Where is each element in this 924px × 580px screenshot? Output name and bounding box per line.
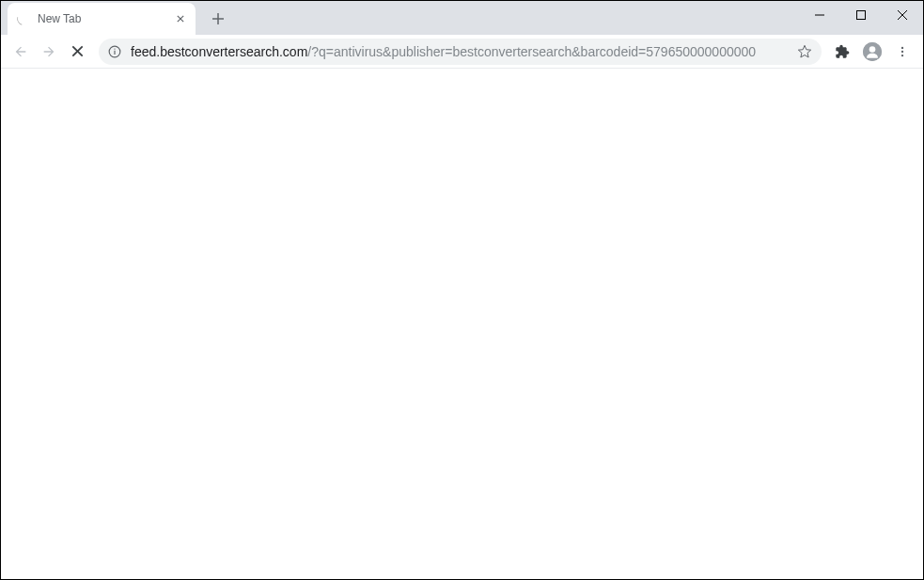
new-tab-button[interactable] (205, 6, 231, 32)
page-content (1, 69, 923, 579)
window-controls (799, 1, 923, 29)
extensions-button[interactable] (829, 39, 855, 65)
url-path: /?q=antivirus&publisher=bestconvertersea… (307, 44, 756, 59)
tab-title: New Tab (38, 12, 173, 25)
dots-vertical-icon (896, 45, 909, 58)
info-icon (108, 45, 121, 58)
maximize-button[interactable] (840, 1, 882, 29)
close-icon (177, 15, 184, 23)
arrow-right-icon (41, 44, 56, 59)
site-info-button[interactable] (106, 43, 123, 60)
tab-close-button[interactable] (173, 11, 188, 26)
avatar-icon (863, 42, 882, 61)
svg-point-17 (901, 54, 903, 55)
stop-button[interactable] (64, 39, 90, 65)
forward-button[interactable] (36, 39, 62, 65)
svg-point-14 (869, 46, 876, 53)
close-icon (898, 10, 907, 20)
star-icon (797, 44, 812, 59)
svg-rect-5 (857, 11, 866, 20)
plus-icon (211, 12, 225, 25)
svg-point-12 (114, 48, 115, 49)
bookmark-button[interactable] (795, 42, 814, 61)
url-display: feed.bestconvertersearch.com/?q=antiviru… (131, 44, 795, 59)
profile-button[interactable] (859, 39, 885, 65)
arrow-left-icon (13, 44, 28, 59)
svg-point-15 (901, 46, 903, 48)
close-icon (71, 45, 84, 57)
loading-spinner-icon (14, 9, 32, 27)
menu-button[interactable] (889, 39, 916, 65)
address-bar[interactable]: feed.bestconvertersearch.com/?q=antiviru… (99, 39, 822, 65)
puzzle-icon (835, 44, 850, 59)
toolbar: feed.bestconvertersearch.com/?q=antiviru… (1, 35, 923, 69)
back-button[interactable] (8, 39, 34, 65)
tab-strip: New Tab (1, 1, 923, 35)
browser-tab[interactable]: New Tab (8, 3, 196, 35)
window-close-button[interactable] (882, 1, 923, 29)
maximize-icon (856, 10, 866, 20)
url-domain: feed.bestconvertersearch.com (131, 44, 307, 59)
svg-point-16 (901, 50, 903, 52)
minimize-button[interactable] (799, 1, 840, 29)
minimize-icon (815, 10, 824, 20)
